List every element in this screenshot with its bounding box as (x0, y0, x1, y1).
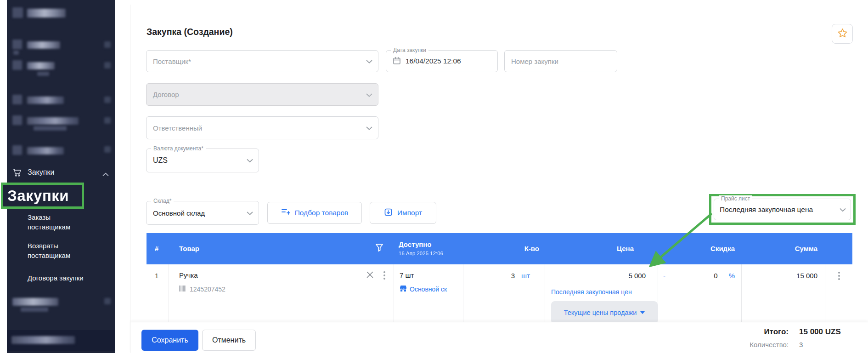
row-actions-icon[interactable] (836, 271, 842, 281)
page-title: Закупка (Создание) (147, 27, 233, 37)
chevron-down-icon (366, 124, 372, 132)
current-sale-prices-label: Текущие цены продажи (564, 309, 637, 316)
purchases-annotation-text: Закупки (3, 187, 69, 205)
cart-icon (12, 168, 22, 179)
calendar-icon (393, 57, 401, 66)
footer-bar: Сохранить Отменить Итого: 15 000 UZS Кол… (130, 322, 868, 354)
star-icon (837, 28, 848, 40)
chevron-down-icon (366, 91, 372, 98)
warehouse-link[interactable]: Основной ск (400, 285, 462, 293)
table-row: 1 Ручка 1245207452 7 шт (147, 264, 852, 326)
price-source-link[interactable]: Последняя закупочная цен (551, 288, 657, 296)
pick-products-label: Подбор товаров (295, 209, 349, 217)
sidebar-item-purchases[interactable]: Закупки (7, 167, 115, 180)
quantity-label: Количество: (727, 341, 789, 349)
import-icon (384, 208, 393, 218)
barcode-value: 1245207452 (190, 286, 225, 293)
col-discount: Скидка (658, 245, 741, 252)
product-name: Ручка (179, 271, 198, 279)
row-number: 1 (155, 272, 158, 280)
price-list-select[interactable]: Прайс лист Последняя закупочная цена (714, 199, 851, 220)
col-num: # (155, 245, 158, 252)
filter-icon[interactable] (375, 243, 383, 254)
list-plus-icon (281, 208, 290, 218)
responsible-select[interactable]: Ответственный (146, 116, 378, 139)
sidebar-item-purchase-contracts[interactable]: Договора закупки (28, 273, 106, 283)
column-divider (825, 264, 825, 322)
supplier-placeholder: Поставщик* (153, 57, 191, 65)
col-available: Доступно (399, 240, 432, 248)
barcode-icon (179, 286, 186, 293)
col-available-date: 16 Апр 2025 12:06 (399, 251, 443, 256)
import-label: Импорт (397, 209, 422, 217)
price-list-label: Прайс лист (719, 195, 752, 202)
import-button[interactable]: Импорт (370, 202, 436, 224)
currency-label: Валюта документа* (151, 145, 206, 152)
discount-unit-link[interactable]: % (729, 272, 735, 280)
warehouse-value: Основной склад (153, 209, 205, 217)
currency-select[interactable]: Валюта документа* UZS (146, 149, 259, 172)
product-barcode: 1245207452 (179, 286, 225, 293)
column-divider (169, 264, 169, 322)
favorite-button[interactable] (832, 24, 853, 44)
currency-value: UZS (153, 156, 168, 165)
col-qty: К-во (463, 245, 542, 252)
warehouse-select[interactable]: Склад* Основной склад (146, 201, 259, 225)
cancel-button[interactable]: Отменить (202, 330, 256, 351)
sidebar: Закупки Закупки Заказы поставщикам Возвр… (7, 0, 115, 353)
purchase-date-field[interactable]: Дата закупки 16/04/2025 12:06 (386, 50, 498, 72)
contract-placeholder: Договор (153, 91, 179, 98)
current-sale-prices-button[interactable]: Текущие цены продажи (551, 301, 658, 324)
warehouse-label: Склад* (151, 198, 174, 204)
save-button[interactable]: Сохранить (141, 330, 198, 351)
pick-products-button[interactable]: Подбор товаров (267, 202, 362, 224)
purchase-number-input[interactable]: Номер закупки (504, 50, 617, 72)
discount-cell[interactable]: 0% (658, 272, 741, 280)
discount-value[interactable]: 0 (714, 272, 717, 280)
content-left-border (130, 5, 130, 353)
purchase-date-label: Дата закупки (391, 47, 428, 53)
chevron-up-icon (102, 170, 109, 178)
chevron-down-icon (247, 209, 253, 217)
quantity-value: 3 (799, 341, 803, 349)
purchase-date-value: 16/04/2025 12:06 (406, 57, 461, 65)
purchase-number-placeholder: Номер закупки (511, 57, 558, 65)
total-value: 15 000 UZS (799, 327, 841, 337)
sum-value: 15 000 (741, 272, 825, 280)
available-qty: 7 шт (400, 271, 414, 279)
responsible-placeholder: Ответственный (153, 124, 202, 132)
sidebar-item-label: Закупки (28, 168, 54, 177)
total-label: Итого: (727, 327, 789, 337)
supplier-select[interactable]: Поставщик* (146, 50, 378, 72)
qty-value[interactable]: 3 (511, 272, 515, 280)
col-product: Товар (179, 245, 199, 252)
chevron-down-icon (840, 206, 846, 214)
warehouse-link-text: Основной ск (410, 286, 447, 293)
row-menu-icon[interactable] (382, 270, 387, 280)
price-list-value: Последняя закупочная цена (720, 206, 813, 214)
table-header: # Товар Доступно 16 Апр 2025 12:06 К-во … (147, 233, 852, 264)
price-list-annotation-box: Прайс лист Последняя закупочная цена (709, 194, 856, 225)
remove-row-icon[interactable] (366, 271, 374, 280)
price-value[interactable]: 5 000 (545, 272, 658, 280)
sidebar-item-supplier-orders[interactable]: Заказы поставщикам (28, 212, 92, 232)
purchases-zoom-annotation: Закупки (1, 183, 84, 209)
contract-select: Договор (146, 83, 378, 106)
col-sum: Сумма (741, 245, 825, 252)
col-price: Цена (545, 245, 646, 252)
chevron-down-icon (247, 156, 253, 165)
warehouse-icon (400, 285, 407, 293)
qty-cell[interactable]: 3шт (463, 272, 545, 280)
app-root: Закупки Закупки Заказы поставщикам Возвр… (0, 0, 868, 360)
chevron-down-icon (366, 57, 372, 65)
redacted-bottom-item[interactable] (7, 330, 115, 351)
totals-block: Итого: 15 000 UZS Количество: 3 (727, 327, 851, 349)
qty-unit-link[interactable]: шт (521, 272, 530, 280)
sidebar-item-supplier-returns[interactable]: Возвраты поставщикам (28, 241, 92, 260)
column-divider (394, 264, 394, 322)
caret-down-icon (640, 311, 645, 314)
